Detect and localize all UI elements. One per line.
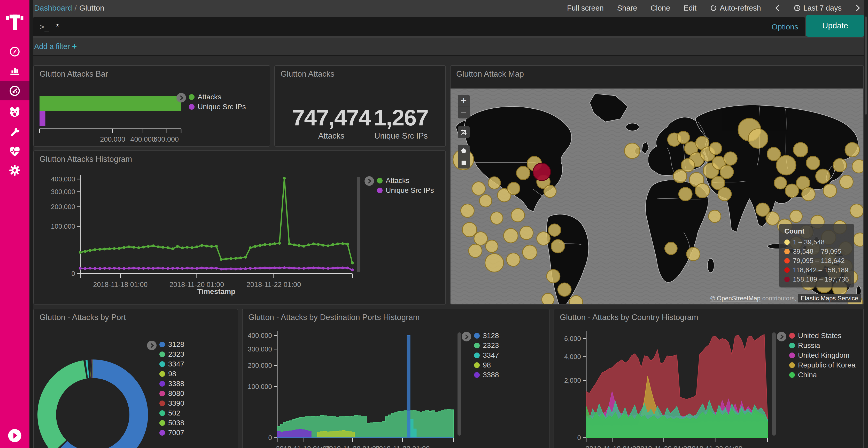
attack-marker-low[interactable] [709, 142, 722, 154]
attacks-histogram-chart[interactable]: 0100,000200,000300,000400,0002018-11-18 … [41, 174, 355, 296]
map-zoom-out-button[interactable]: − [458, 107, 470, 118]
sidebar-item-discover[interactable] [0, 43, 29, 61]
legend-item[interactable]: 7007 [159, 428, 184, 438]
map-draw-rectangle-button[interactable] [458, 157, 470, 169]
sidebar-item-dashboard[interactable] [0, 81, 29, 100]
legend-item[interactable]: 3388 [159, 379, 184, 389]
attack-map[interactable]: + − Count 1 – 39,54839,548 – 79,09579,09… [451, 89, 863, 304]
legend-item[interactable]: Unique Src IPs [377, 185, 434, 195]
elastic-maps-service-link[interactable]: Elastic Maps Service [798, 294, 861, 303]
time-forward-button[interactable] [855, 4, 861, 12]
attack-marker-low[interactable] [462, 222, 477, 237]
share-button[interactable]: Share [617, 4, 637, 12]
legend-item[interactable]: United Kingdom [789, 350, 856, 360]
time-range-button[interactable]: Last 7 days [794, 4, 842, 12]
sidebar-item-visualize[interactable] [0, 62, 29, 80]
update-button[interactable]: Update [806, 15, 864, 37]
legend-item[interactable]: 3128 [159, 340, 184, 349]
page-scrollbar[interactable] [864, 0, 868, 448]
legend-item[interactable]: Attacks [377, 176, 434, 185]
clone-button[interactable]: Clone [650, 4, 670, 12]
attack-marker-low[interactable] [461, 204, 474, 217]
attack-marker-low[interactable] [491, 212, 503, 224]
attack-marker-low[interactable] [840, 175, 853, 188]
legend-item[interactable]: United States [789, 331, 856, 341]
attacks-by-port-donut[interactable] [34, 326, 150, 448]
panel-scrollbar[interactable] [458, 333, 461, 436]
attack-marker-low[interactable] [544, 185, 556, 198]
attack-marker-low[interactable] [479, 195, 492, 207]
attack-marker-high[interactable] [533, 163, 551, 181]
legend-item[interactable]: Russia [789, 341, 856, 350]
attack-marker-low[interactable] [806, 156, 820, 170]
time-back-button[interactable] [774, 4, 780, 12]
attack-marker-low[interactable] [549, 224, 561, 236]
legend-expand-arrow[interactable] [147, 341, 157, 350]
legend-item[interactable]: 8080 [159, 389, 184, 399]
attack-marker-low[interactable] [793, 142, 808, 157]
attack-marker-low[interactable] [776, 156, 796, 175]
legend-item[interactable]: 98 [159, 369, 184, 379]
auto-refresh-button[interactable]: Auto-refresh [710, 4, 761, 12]
attack-marker-low[interactable] [665, 242, 677, 255]
edit-button[interactable]: Edit [684, 4, 696, 12]
legend-item[interactable]: 2323 [159, 349, 184, 359]
legend-expand-arrow[interactable] [365, 176, 374, 186]
legend-expand-arrow[interactable] [777, 332, 786, 341]
attack-marker-low[interactable] [790, 210, 802, 222]
country-histogram-chart[interactable]: 02,0004,0006,0002018-11-18 01:002018-11-… [558, 330, 770, 448]
map-draw-polygon-button[interactable] [458, 145, 470, 157]
panel-scrollbar[interactable] [357, 177, 361, 272]
attack-marker-low[interactable] [551, 240, 565, 253]
openstreetmap-link[interactable]: © OpenStreetMap [710, 295, 761, 302]
legend-item[interactable]: 3347 [474, 350, 499, 360]
attack-marker-low[interactable] [507, 182, 520, 195]
attack-marker-low[interactable] [506, 253, 520, 266]
attack-marker-low[interactable] [542, 294, 554, 304]
attack-marker-low[interactable] [718, 187, 731, 201]
sidebar-item-bear[interactable] [0, 103, 29, 121]
map-fit-bounds-button[interactable] [458, 126, 470, 138]
attack-marker-low[interactable] [486, 240, 498, 252]
legend-item[interactable]: 502 [159, 408, 184, 418]
full-screen-button[interactable]: Full screen [567, 4, 604, 12]
attack-marker-low[interactable] [720, 165, 734, 179]
attack-marker-low[interactable] [815, 169, 830, 183]
attack-marker-low[interactable] [709, 210, 721, 222]
attack-marker-low[interactable] [677, 131, 689, 144]
attack-marker-low[interactable] [520, 226, 533, 240]
attack-marker-low[interactable] [687, 247, 700, 261]
add-filter-button[interactable]: Add a filter+ [34, 41, 77, 51]
attack-marker-low[interactable] [679, 187, 692, 201]
legend-item[interactable]: 3128 [474, 331, 499, 341]
sidebar-item-monitoring[interactable] [0, 143, 29, 161]
legend-item[interactable]: Unique Src IPs [189, 102, 246, 112]
attack-marker-low[interactable] [748, 129, 768, 148]
map-zoom-in-button[interactable]: + [458, 95, 470, 107]
attack-marker-low[interactable] [488, 177, 500, 189]
attack-marker-low[interactable] [852, 160, 863, 173]
legend-item[interactable]: Republic of Korea [789, 360, 856, 370]
legend-item[interactable]: 5038 [159, 418, 184, 428]
sidebar-item-dev-tools[interactable] [0, 123, 29, 141]
attack-marker-low[interactable] [766, 212, 779, 225]
attack-marker-low[interactable] [547, 269, 560, 283]
sidebar-item-management[interactable] [0, 161, 29, 179]
attack-marker-low[interactable] [485, 254, 503, 272]
legend-item[interactable]: Attacks [189, 92, 246, 102]
attack-marker-low[interactable] [523, 245, 537, 260]
attack-marker-low[interactable] [845, 142, 860, 157]
attack-marker-low[interactable] [537, 232, 550, 245]
query-value[interactable]: * [56, 22, 771, 32]
attack-marker-low[interactable] [674, 170, 687, 183]
attack-marker-low[interactable] [624, 143, 640, 159]
attack-marker-low[interactable] [517, 166, 530, 180]
attack-marker-low[interactable] [724, 152, 737, 165]
attack-marker-low[interactable] [472, 182, 486, 195]
search-input[interactable]: >_ * Options [33, 17, 805, 36]
attack-marker-low[interactable] [850, 204, 863, 217]
attack-marker-low[interactable] [802, 187, 815, 201]
attack-marker-low[interactable] [469, 244, 482, 257]
attack-marker-low[interactable] [558, 283, 571, 296]
attack-marker-low[interactable] [823, 184, 837, 198]
